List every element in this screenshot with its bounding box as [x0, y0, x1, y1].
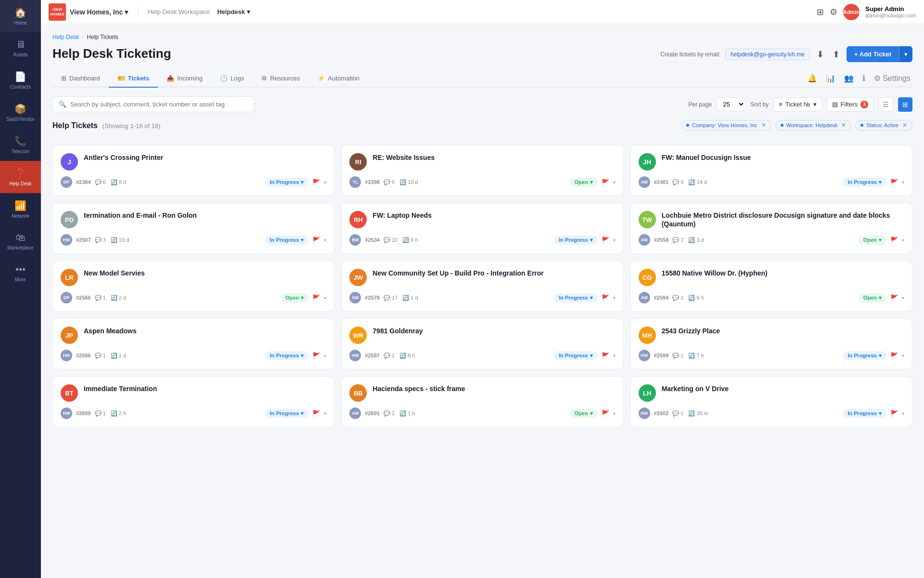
flag-icon[interactable]: 🚩: [602, 352, 609, 359]
card-chevron[interactable]: ▾: [613, 353, 616, 358]
ticket-card[interactable]: CG 15580 Native Willow Dr. (Hyphen) AW #…: [630, 261, 912, 312]
flag-icon[interactable]: 🚩: [602, 410, 609, 417]
card-chevron[interactable]: ▾: [902, 180, 904, 185]
status-badge[interactable]: Open ▾: [570, 178, 598, 187]
ticket-card[interactable]: PD termination and E-mail - Ron Golon HW…: [52, 203, 334, 254]
status-badge[interactable]: In Progress ▾: [554, 351, 598, 360]
status-chevron[interactable]: ▾: [879, 353, 882, 359]
ticket-card[interactable]: BB Hacienda specs - stick frame AW #2601…: [341, 376, 623, 427]
tab-automation[interactable]: ⚡ Automation: [308, 70, 368, 88]
per-page-select[interactable]: 25 50 100: [717, 97, 745, 111]
status-badge[interactable]: In Progress ▾: [843, 409, 886, 418]
status-chevron[interactable]: ▾: [301, 353, 304, 359]
ticket-card[interactable]: LH Marketing on V Drive HW #2602 💬 1 🔄 3…: [630, 376, 912, 427]
user-avatar[interactable]: Admin: [843, 4, 860, 20]
flag-icon[interactable]: 🚩: [890, 294, 898, 302]
card-chevron[interactable]: ▾: [324, 353, 326, 358]
card-chevron[interactable]: ▾: [324, 237, 326, 243]
card-chevron[interactable]: ▾: [902, 353, 904, 358]
filter-tag-company[interactable]: Company: View Homes, Inc ✕: [681, 120, 771, 131]
status-badge[interactable]: In Progress ▾: [843, 351, 886, 360]
status-chevron[interactable]: ▾: [590, 237, 593, 243]
tab-incoming[interactable]: 📥 Incoming: [158, 70, 211, 88]
ticket-card[interactable]: J Antler's Crossing Printer DP #2384 💬 6…: [52, 145, 334, 196]
card-chevron[interactable]: ▾: [902, 295, 904, 301]
status-chevron[interactable]: ▾: [590, 353, 593, 359]
company-name[interactable]: View Homes, Inc ▾: [70, 8, 128, 16]
status-chevron[interactable]: ▾: [590, 295, 593, 301]
filter-remove[interactable]: ✕: [761, 122, 766, 129]
status-chevron[interactable]: ▾: [590, 179, 593, 185]
status-badge[interactable]: In Progress ▾: [265, 178, 309, 187]
ticket-card[interactable]: WR 7981 Goldenray HW #2597 💬 1 🔄 8 h In …: [341, 318, 623, 369]
sidebar-item-marketplace[interactable]: 🛍 Marketplace: [0, 225, 41, 257]
flag-icon[interactable]: 🚩: [602, 236, 609, 244]
status-chevron[interactable]: ▾: [879, 295, 882, 301]
card-chevron[interactable]: ▾: [613, 237, 616, 243]
ticket-card[interactable]: RI RE: Website Issues TL #2398 💬 6 🔄 10 …: [341, 145, 623, 196]
filter-tag-workspace[interactable]: Workspace: Helpdesk ✕: [775, 120, 852, 131]
status-badge[interactable]: Open ▾: [859, 293, 886, 302]
status-badge[interactable]: Open ▾: [570, 409, 598, 418]
status-chevron[interactable]: ▾: [301, 237, 304, 243]
flag-icon[interactable]: 🚩: [312, 410, 320, 417]
ticket-card[interactable]: MH 2543 Grizzly Place HW #2599 💬 1 🔄 7 h…: [630, 318, 912, 369]
filter-remove[interactable]: ✕: [902, 122, 907, 129]
status-badge[interactable]: Open ▾: [859, 236, 886, 245]
status-chevron[interactable]: ▾: [301, 179, 304, 185]
status-chevron[interactable]: ▾: [301, 295, 304, 301]
flag-icon[interactable]: 🚩: [890, 236, 898, 244]
info-icon-btn[interactable]: ℹ: [860, 72, 867, 85]
settings-gear-btn[interactable]: ⚙ Settings: [872, 72, 912, 85]
people-icon-btn[interactable]: 👥: [842, 72, 856, 85]
ticket-card[interactable]: BT Immediate Termination HW #2600 💬 1 🔄 …: [52, 376, 334, 427]
status-badge[interactable]: In Progress ▾: [554, 236, 598, 245]
ticket-card[interactable]: JP Aspen Meadows HW #2596 💬 1 🔄 1 d In P…: [52, 318, 334, 369]
notification-icon-btn[interactable]: 🔔: [806, 72, 819, 85]
flag-icon[interactable]: 🚩: [890, 352, 898, 359]
add-ticket-dropdown[interactable]: ▾: [899, 46, 912, 62]
status-chevron[interactable]: ▾: [301, 410, 304, 417]
card-chevron[interactable]: ▾: [324, 180, 326, 185]
ticket-card[interactable]: JH FW: Manuel Docusign Issue AW #2481 💬 …: [630, 145, 912, 196]
ticket-card[interactable]: TW Lochbuie Metro District disclosure Do…: [630, 203, 912, 254]
status-badge[interactable]: In Progress ▾: [265, 236, 309, 245]
status-chevron[interactable]: ▾: [590, 410, 593, 417]
grid-view-button[interactable]: ⊞: [898, 97, 912, 112]
flag-icon[interactable]: 🚩: [602, 179, 609, 186]
sidebar-item-telecom[interactable]: 📞 Telecom: [0, 129, 41, 161]
card-chevron[interactable]: ▾: [613, 180, 616, 185]
upload-icon-btn[interactable]: ⬆: [831, 47, 842, 62]
settings-icon[interactable]: ⚙: [830, 7, 837, 17]
breadcrumb-link-helpdesk[interactable]: Help Desk: [52, 34, 79, 40]
card-chevron[interactable]: ▾: [324, 295, 326, 301]
status-chevron[interactable]: ▾: [879, 410, 882, 417]
flag-icon[interactable]: 🚩: [890, 179, 898, 186]
list-view-button[interactable]: ☰: [878, 97, 893, 112]
status-badge[interactable]: In Progress ▾: [843, 178, 886, 187]
add-ticket-button[interactable]: + Add Ticket: [847, 46, 899, 62]
status-chevron[interactable]: ▾: [879, 237, 882, 243]
ticket-card[interactable]: JW New Community Set Up - Build Pro - In…: [341, 261, 623, 312]
chart-icon-btn[interactable]: 📊: [824, 72, 837, 85]
tab-tickets[interactable]: 🎫 Tickets: [109, 70, 158, 88]
card-chevron[interactable]: ▾: [613, 295, 616, 301]
flag-icon[interactable]: 🚩: [312, 352, 320, 359]
status-badge[interactable]: In Progress ▾: [554, 293, 598, 302]
card-chevron[interactable]: ▾: [324, 411, 326, 416]
grid-icon[interactable]: ⊞: [817, 7, 824, 17]
status-badge[interactable]: In Progress ▾: [265, 409, 309, 418]
status-chevron[interactable]: ▾: [879, 179, 882, 185]
card-chevron[interactable]: ▾: [902, 411, 904, 416]
tab-dashboard[interactable]: ⊞ Dashboard: [52, 70, 109, 88]
flag-icon[interactable]: 🚩: [602, 294, 609, 302]
flag-icon[interactable]: 🚩: [890, 410, 898, 417]
sidebar-item-more[interactable]: ••• More: [0, 257, 41, 289]
tab-resources[interactable]: ⚙ Resources: [253, 70, 308, 88]
download-icon-btn[interactable]: ⬇: [815, 47, 826, 62]
search-box[interactable]: 🔍: [52, 96, 255, 112]
card-chevron[interactable]: ▾: [902, 237, 904, 243]
workspace-name[interactable]: Helpdesk ▾: [217, 8, 250, 15]
filter-remove[interactable]: ✕: [841, 122, 846, 129]
sidebar-item-home[interactable]: 🏠 Home: [0, 0, 41, 32]
